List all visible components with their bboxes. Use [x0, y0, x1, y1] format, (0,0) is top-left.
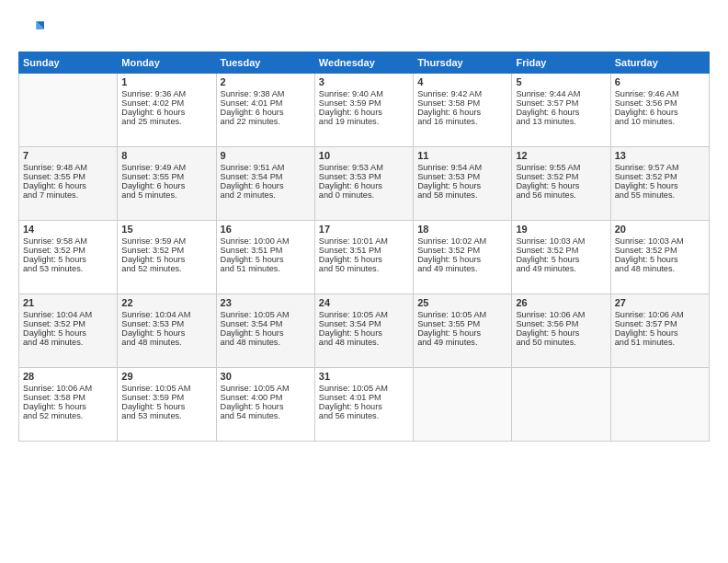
day-info-line: Sunset: 3:55 PM	[121, 172, 211, 181]
day-number: 19	[516, 224, 606, 235]
day-info-line: Daylight: 5 hours	[221, 255, 311, 264]
day-info-line: Sunset: 3:58 PM	[23, 393, 113, 402]
day-cell	[19, 74, 118, 147]
day-number: 16	[221, 224, 311, 235]
day-cell: 8Sunrise: 9:49 AMSunset: 3:55 PMDaylight…	[118, 147, 216, 221]
day-info-line: Sunrise: 9:42 AM	[417, 89, 507, 98]
day-cell: 29Sunrise: 10:05 AMSunset: 3:59 PMDaylig…	[118, 368, 216, 442]
header-cell-saturday: Saturday	[610, 52, 709, 74]
day-info-line: Daylight: 5 hours	[516, 181, 606, 190]
day-info-line: Sunrise: 10:05 AM	[221, 310, 311, 319]
day-info-line: and 49 minutes.	[417, 338, 507, 347]
day-info-line: Daylight: 6 hours	[516, 108, 606, 117]
day-number: 11	[417, 150, 507, 161]
day-info-line: Sunset: 3:56 PM	[516, 319, 606, 328]
day-info-line: Daylight: 6 hours	[417, 108, 507, 117]
day-info-line: Sunset: 3:52 PM	[23, 246, 113, 255]
day-number: 27	[615, 297, 705, 308]
day-cell	[512, 368, 610, 442]
day-info-line: and 19 minutes.	[319, 117, 409, 126]
day-number: 7	[23, 150, 113, 161]
header-cell-thursday: Thursday	[414, 52, 512, 74]
day-info-line: and 48 minutes.	[615, 264, 705, 273]
day-info-line: and 0 minutes.	[319, 190, 409, 200]
day-info-line: and 50 minutes.	[516, 338, 606, 347]
day-info-line: Sunset: 4:02 PM	[121, 98, 211, 108]
day-number: 17	[319, 224, 409, 235]
day-info-line: Sunset: 3:58 PM	[417, 98, 507, 108]
day-cell: 22Sunrise: 10:04 AMSunset: 3:53 PMDaylig…	[118, 294, 216, 368]
day-cell: 2Sunrise: 9:38 AMSunset: 4:01 PMDaylight…	[216, 74, 314, 147]
day-info-line: Daylight: 6 hours	[221, 181, 311, 190]
day-info-line: and 53 minutes.	[121, 411, 211, 420]
day-info-line: and 13 minutes.	[516, 117, 606, 126]
day-info-line: and 49 minutes.	[417, 264, 507, 273]
day-info-line: Sunrise: 10:05 AM	[319, 384, 409, 393]
day-info-line: Sunset: 3:52 PM	[516, 246, 606, 255]
day-info-line: Sunrise: 10:02 AM	[417, 236, 507, 246]
day-info-line: Sunrise: 10:06 AM	[615, 310, 705, 319]
day-info-line: and 10 minutes.	[615, 117, 705, 126]
day-cell: 20Sunrise: 10:03 AMSunset: 3:52 PMDaylig…	[610, 221, 709, 294]
day-number: 29	[121, 371, 211, 382]
day-number: 30	[221, 371, 311, 382]
calendar-table: SundayMondayTuesdayWednesdayThursdayFrid…	[18, 52, 710, 442]
day-info-line: Daylight: 5 hours	[319, 328, 409, 338]
day-cell: 27Sunrise: 10:06 AMSunset: 3:57 PMDaylig…	[610, 294, 709, 368]
day-info-line: Sunset: 3:52 PM	[615, 246, 705, 255]
day-info-line: Sunrise: 9:57 AM	[615, 163, 705, 172]
day-number: 23	[221, 297, 311, 308]
day-info-line: Daylight: 5 hours	[516, 255, 606, 264]
day-info-line: Daylight: 5 hours	[319, 402, 409, 411]
day-number: 10	[319, 150, 409, 161]
day-cell	[414, 368, 512, 442]
day-number: 26	[516, 297, 606, 308]
header	[18, 17, 710, 42]
day-info-line: Sunset: 3:59 PM	[121, 393, 211, 402]
day-cell: 11Sunrise: 9:54 AMSunset: 3:53 PMDayligh…	[414, 147, 512, 221]
day-info-line: Sunrise: 9:59 AM	[121, 236, 211, 246]
day-number: 28	[23, 371, 113, 382]
day-info-line: Sunrise: 10:05 AM	[417, 310, 507, 319]
day-cell: 18Sunrise: 10:02 AMSunset: 3:52 PMDaylig…	[414, 221, 512, 294]
day-info-line: Sunrise: 9:48 AM	[23, 163, 113, 172]
day-cell: 7Sunrise: 9:48 AMSunset: 3:55 PMDaylight…	[19, 147, 118, 221]
day-info-line: Daylight: 5 hours	[23, 328, 113, 338]
day-cell: 5Sunrise: 9:44 AMSunset: 3:57 PMDaylight…	[512, 74, 610, 147]
day-info-line: Daylight: 5 hours	[121, 328, 211, 338]
day-info-line: and 5 minutes.	[121, 190, 211, 200]
day-info-line: and 50 minutes.	[319, 264, 409, 273]
day-info-line: Daylight: 6 hours	[121, 181, 211, 190]
day-info-line: Sunset: 4:00 PM	[221, 393, 311, 402]
day-info-line: and 48 minutes.	[319, 338, 409, 347]
week-row-2: 14Sunrise: 9:58 AMSunset: 3:52 PMDayligh…	[19, 221, 710, 294]
day-info-line: Sunrise: 10:04 AM	[121, 310, 211, 319]
day-info-line: Sunrise: 9:44 AM	[516, 89, 606, 98]
day-cell: 14Sunrise: 9:58 AMSunset: 3:52 PMDayligh…	[19, 221, 118, 294]
day-info-line: Daylight: 5 hours	[121, 255, 211, 264]
day-info-line: Sunrise: 10:04 AM	[23, 310, 113, 319]
day-info-line: Daylight: 5 hours	[615, 255, 705, 264]
day-info-line: and 52 minutes.	[121, 264, 211, 273]
day-info-line: Daylight: 6 hours	[319, 108, 409, 117]
day-info-line: Sunrise: 10:06 AM	[516, 310, 606, 319]
day-info-line: Daylight: 5 hours	[615, 328, 705, 338]
day-cell: 9Sunrise: 9:51 AMSunset: 3:54 PMDaylight…	[216, 147, 314, 221]
day-cell: 3Sunrise: 9:40 AMSunset: 3:59 PMDaylight…	[314, 74, 413, 147]
day-info-line: Sunrise: 9:40 AM	[319, 89, 409, 98]
header-cell-friday: Friday	[512, 52, 610, 74]
day-info-line: and 54 minutes.	[221, 411, 311, 420]
day-info-line: and 55 minutes.	[615, 190, 705, 200]
day-info-line: and 56 minutes.	[516, 190, 606, 200]
day-number: 8	[121, 150, 211, 161]
day-cell: 28Sunrise: 10:06 AMSunset: 3:58 PMDaylig…	[19, 368, 118, 442]
day-info-line: Daylight: 5 hours	[615, 181, 705, 190]
day-info-line: Sunset: 3:59 PM	[319, 98, 409, 108]
day-info-line: and 48 minutes.	[121, 338, 211, 347]
day-info-line: Sunset: 3:52 PM	[615, 172, 705, 181]
day-info-line: Sunrise: 9:51 AM	[221, 163, 311, 172]
day-info-line: Sunset: 3:57 PM	[615, 319, 705, 328]
day-info-line: Sunrise: 9:53 AM	[319, 163, 409, 172]
day-cell: 24Sunrise: 10:05 AMSunset: 3:54 PMDaylig…	[314, 294, 413, 368]
day-info-line: and 56 minutes.	[319, 411, 409, 420]
